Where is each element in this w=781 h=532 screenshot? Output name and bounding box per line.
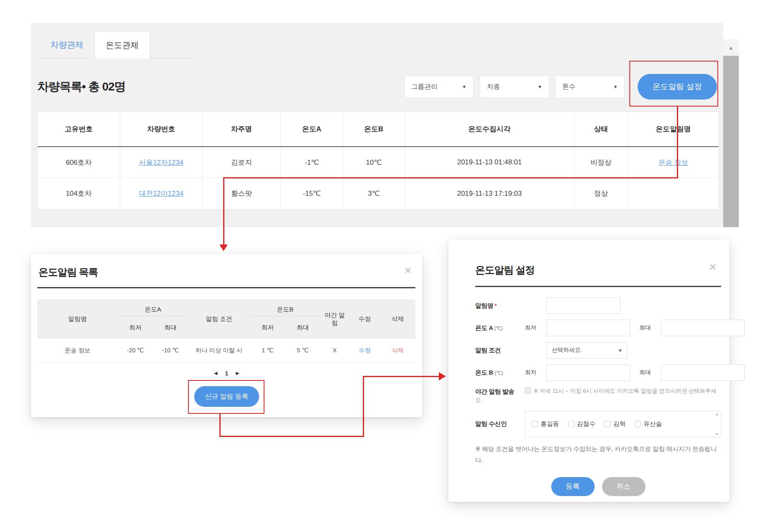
vehicle-type-filter-label: 차종 [487,83,500,91]
night-alert-row: 야간 알림 발송 ※ 저녁 11시 ~ 아침 6시 사이에도 카카오톡 알림을 … [475,387,721,405]
col-condition: 알림 조건 [188,299,250,339]
scroll-down-icon[interactable]: ▼ [715,432,719,436]
temp-a-max-input[interactable] [661,320,745,336]
col-night-alert: 야간 알림 [322,299,347,339]
tab-vehicle-control[interactable]: 차량관제 [39,31,95,58]
submit-button[interactable]: 등록 [551,477,595,496]
next-page-icon[interactable]: ▶ [236,370,239,376]
vehicle-no-link[interactable]: 서울12자1234 [139,158,183,167]
chevron-down-icon: ▼ [538,84,542,89]
condition-select[interactable]: 선택하세요. ▼ [546,342,628,359]
recipient-checkbox[interactable] [635,421,641,427]
cell-condition: 하나 이상 이탈 시 [188,339,250,362]
page-number[interactable]: 1 [225,370,228,377]
status-badge: 정상 [574,178,628,209]
edit-link[interactable]: 수정 [359,347,371,354]
vehicle-table: 고유번호 차량번호 차주명 온도A 온도B 온도수집시각 상태 온도알림명 60… [37,112,719,209]
vehicle-list-panel: 차량관제 온도관제 차량목록• 총 02명 그룹관리 ▼ 차종 ▼ 톤수 ▼ 온… [31,23,723,227]
tonnage-filter-select[interactable]: 톤수 ▼ [555,76,625,98]
temp-b-max-input[interactable] [661,364,745,381]
alert-name-label: 알림명* [475,302,525,310]
condition-label: 알림 조건 [475,347,525,354]
recipient-option[interactable]: 유산슬 [635,420,662,428]
col-temp-b-min: 최저 [250,316,285,339]
status-badge: 비정상 [574,147,628,178]
temperature-alert-settings-modal: 온도알림 설정 ✕ 알림명* 온도 A (℃) 최저 최대 알림 조건 [448,240,729,502]
tonnage-filter-label: 톤수 [562,83,576,91]
recipient-option[interactable]: 홍길동 [532,420,559,428]
close-icon[interactable]: ✕ [404,266,412,276]
cell-temp-b: 3℃ [343,178,405,209]
col-temp-b: 온도B [343,112,405,146]
cell-owner: 황스팟 [202,178,281,209]
vehicle-type-filter-select[interactable]: 차종 ▼ [480,76,549,98]
prev-page-icon[interactable]: ◀ [214,370,217,376]
page-title: 차량목록• 총 02명 [37,79,126,95]
alert-table-row: 운송 정보 -20 ℃ -10 ℃ 하나 이상 이탈 시 1 ℃ 5 ℃ X 수… [37,339,415,363]
tab-temperature-control[interactable]: 온도관제 [95,31,150,59]
arrow-line [219,414,221,437]
arrow-head-down-icon [219,245,228,251]
recipients-row: 알림 수신인 홍길동 김철수 김혁 유산슬 ▲ ▼ [475,411,721,437]
col-alert-name: 알림명 [37,299,118,339]
close-icon[interactable]: ✕ [709,262,717,272]
group-filter-label: 그룹관리 [411,83,438,91]
min-label: 최저 [525,324,546,332]
temp-b-row: 온도 B (℃) 최저 최대 [475,364,721,381]
vehicle-no-link[interactable]: 대전12아1234 [139,189,183,198]
scroll-up-icon[interactable]: ▲ [723,39,739,56]
condition-row: 알림 조건 선택하세요. ▼ [475,342,721,359]
col-temp-a: 온도A [118,299,188,316]
cell-a-max: -10 ℃ [153,339,188,362]
scroll-up-icon[interactable]: ▲ [715,412,719,416]
cell-temp-b: 10℃ [343,147,405,178]
col-vehicle-no: 차량번호 [120,112,202,146]
footer-note: ※ 해당 조건을 벗어나는 온도정보가 수집되는 경우, 카카오톡으로 알림 메… [475,443,721,466]
arrow-line [223,177,678,178]
arrow-line [363,376,364,437]
night-alert-checkbox[interactable] [525,387,531,394]
cell-b-min: 1 ℃ [250,339,285,362]
temp-b-label: 온도 B (℃) [475,369,525,377]
cell-alert-name: 운송 정보 [37,339,118,362]
cancel-button[interactable]: 취소 [602,477,645,496]
cell-alert-name [628,178,719,209]
arrow-line [219,436,364,437]
listbox-scrollbar[interactable]: ▲ ▼ [714,412,720,436]
cell-unique-no: 104호차 [38,178,120,209]
col-edit: 수정 [349,299,380,339]
recipient-checkbox[interactable] [568,421,574,427]
tab-bar: 차량관제 온도관제 [39,31,194,58]
table-row: 104호차 대전12아1234 황스팟 -15℃ 3℃ 2019-11-13 1… [38,178,719,209]
max-label: 최대 [639,369,661,376]
group-filter-select[interactable]: 그룹관리 ▼ [404,76,474,98]
chevron-down-icon: ▼ [618,348,622,353]
scrollbar-thumb[interactable] [723,56,739,227]
temp-b-min-input[interactable] [546,364,630,381]
cell-b-max: 5 ℃ [285,339,320,362]
recipient-checkbox[interactable] [532,421,538,427]
modal-buttons: 등록 취소 [475,477,721,496]
highlight-settings-button [629,61,718,107]
modal-title: 온도알림 목록 [38,266,98,279]
recipient-checkbox[interactable] [605,421,611,427]
col-temp-a-min: 최저 [118,316,153,339]
alert-name-link[interactable]: 운송 정보 [658,158,688,167]
temp-a-row: 온도 A (℃) 최저 최대 [475,320,721,336]
night-alert-label: 야간 알림 발송 [475,387,525,396]
vertical-scrollbar[interactable]: ▲ [723,39,739,227]
alert-table-header: 알림명 온도A 최저 최대 알림 조건 온도B 최저 최대 야간 알림 수정 삭… [37,299,415,339]
col-temp-b-max: 최대 [285,316,320,339]
chevron-down-icon: ▼ [613,84,618,89]
alert-table: 알림명 온도A 최저 최대 알림 조건 온도B 최저 최대 야간 알림 수정 삭… [37,299,415,363]
col-status: 상태 [574,112,628,146]
alert-name-row: 알림명* [475,297,721,314]
recipient-option[interactable]: 김혁 [605,420,626,428]
required-mark: * [495,302,497,309]
title-divider [475,286,721,287]
alert-name-input[interactable] [546,297,621,314]
delete-link[interactable]: 삭제 [392,347,404,354]
recipient-option[interactable]: 김철수 [568,420,595,428]
new-alert-register-button[interactable]: 신규 알림 등록 [194,386,259,407]
temp-a-min-input[interactable] [546,320,630,336]
